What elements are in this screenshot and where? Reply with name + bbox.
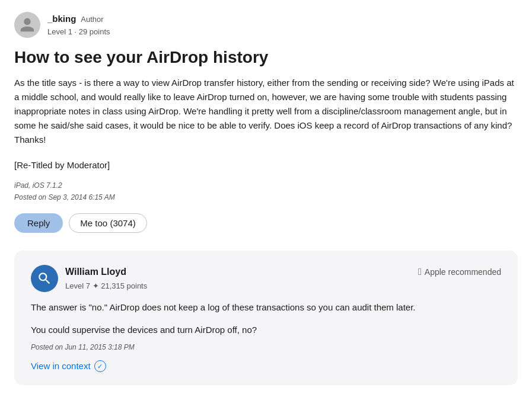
answer-header: William Lloyd Level 7 ✦ 21,315 points  …: [31, 265, 501, 292]
answer-body: The answer is "no." AirDrop does not kee…: [31, 300, 501, 337]
view-in-context-link[interactable]: View in context ✓: [31, 360, 501, 373]
answer-box: William Lloyd Level 7 ✦ 21,315 points  …: [14, 251, 518, 385]
answer-author-info: William Lloyd Level 7 ✦ 21,315 points: [65, 265, 147, 292]
post-title: How to see your AirDrop history: [14, 47, 518, 68]
view-in-context-label: View in context: [31, 360, 91, 373]
answer-body-line1: The answer is "no." AirDrop does not kee…: [31, 300, 501, 315]
post-date: Posted on Sep 3, 2014 6:15 AM: [14, 192, 518, 203]
retitled-notice: [Re-Titled by Moderator]: [14, 159, 518, 172]
reply-button[interactable]: Reply: [14, 213, 63, 233]
post-body: As the title says - is there a way to vi…: [14, 76, 518, 147]
answer-author-name: William Lloyd: [65, 265, 147, 279]
answer-avatar: [31, 265, 58, 292]
answer-author-level: Level 7 ✦ 21,315 points: [65, 280, 147, 292]
author-username: _bking: [47, 12, 76, 26]
post-device: iPad, iOS 7.1.2: [14, 180, 518, 191]
apple-logo-icon: : [418, 265, 422, 279]
metoo-button[interactable]: Me too (3074): [69, 213, 146, 233]
answer-author-row: William Lloyd Level 7 ✦ 21,315 points: [31, 265, 147, 292]
answer-date: Posted on Jun 11, 2015 3:18 PM: [31, 342, 501, 353]
action-buttons: Reply Me too (3074): [14, 213, 518, 233]
author-badge: Author: [81, 14, 103, 25]
answer-body-line2: You could supervise the devices and turn…: [31, 323, 501, 337]
author-level: Level 1 · 29 points: [47, 26, 110, 38]
author-header: _bking Author Level 1 · 29 points: [14, 12, 518, 38]
author-info: _bking Author Level 1 · 29 points: [47, 12, 110, 37]
apple-recommended-badge:  Apple recommended: [418, 265, 501, 279]
avatar: [14, 12, 40, 38]
view-context-circle-icon: ✓: [94, 360, 106, 372]
